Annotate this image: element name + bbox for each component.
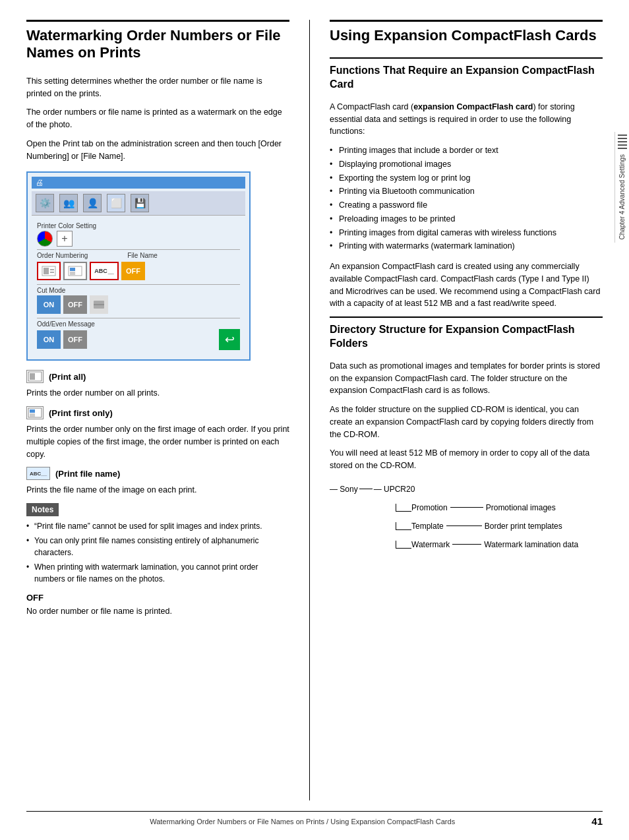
print-first-btn[interactable]	[63, 262, 87, 280]
cut-mode-icon	[90, 295, 108, 314]
bullet-8: Printing with watermarks (watermark lami…	[330, 240, 603, 253]
notes-item-3: When printing with watermark lamination,…	[26, 561, 289, 585]
section2-body1: Data such as promotional images and temp…	[330, 360, 603, 397]
cut-off-btn[interactable]: OFF	[63, 295, 87, 314]
file-name-label: File Name	[127, 252, 158, 259]
svg-rect-5	[70, 268, 75, 271]
notes-item-1: “Print file name” cannot be used for spl…	[26, 520, 289, 532]
notes-section: Notes “Print file name” cannot be used f…	[26, 503, 289, 585]
bullet-1: Printing images that include a border or…	[330, 144, 603, 157]
abc-file-name-btn[interactable]: ABC __	[90, 262, 119, 280]
print-all-svg	[42, 266, 56, 276]
odd-off-btn[interactable]: OFF	[63, 330, 87, 349]
side-tab-text: Chapter 4 Advanced Settings	[618, 154, 626, 240]
toolbar-icon-save: 💾	[131, 194, 149, 212]
dir-upcr20: — UPCR20	[374, 481, 415, 497]
cut-mode-label: Cut Mode	[37, 287, 240, 294]
printer-color-setting-section: Printer Color Setting + Order Numbering …	[32, 220, 245, 353]
section1-bullets: Printing images that include a border or…	[330, 144, 603, 253]
print-first-desc: Prints the order number only on the firs…	[26, 423, 289, 460]
screenshot-title-bar: 🖨	[32, 177, 245, 189]
print-file-desc: Prints the file name of the image on eac…	[26, 484, 289, 496]
plus-icon: +	[57, 231, 73, 247]
dir-template-row: Template Border print templates	[330, 518, 603, 534]
bullet-7: Printing images from digital cameras wit…	[330, 227, 603, 239]
svg-rect-1	[44, 268, 49, 274]
bullet-6: Preloading images to be printed	[330, 213, 603, 225]
left-intro-p1: This setting determines whether the orde…	[26, 75, 289, 100]
section2-body2: As the folder structure on the supplied …	[330, 404, 603, 440]
back-btn[interactable]: ↩	[219, 329, 240, 350]
dir-promotion: Promotion	[411, 500, 448, 516]
side-tab-line-4	[618, 144, 627, 146]
side-tab-line-3	[618, 141, 627, 142]
bullet-5: Creating a password file	[330, 199, 603, 212]
off-heading: OFF	[26, 593, 289, 603]
dir-promotion-desc: Promotional images	[486, 500, 556, 516]
cut-on-btn[interactable]: ON	[37, 295, 61, 314]
print-all-row: (Print all)	[26, 370, 289, 383]
print-all-icon	[26, 370, 44, 383]
dir-watermark-row: Watermark Watermark lamination data	[330, 537, 603, 553]
section1-title: Functions That Require an Expansion Comp…	[330, 57, 603, 94]
toolbar-icon-people: 👥	[59, 194, 78, 212]
svg-rect-10	[30, 373, 35, 380]
dir-watermark-desc: Watermark lamination data	[484, 537, 578, 553]
directory-tree: — Sony — UPCR20 Promotion Promotional im…	[330, 481, 603, 553]
svg-rect-12	[30, 409, 35, 413]
section2-body3: You will need at least 512 MB of memory …	[330, 447, 603, 472]
bullet-2: Displaying promotional images	[330, 158, 603, 171]
page-footer: Watermarking Order Numbers or File Names…	[26, 811, 603, 827]
left-intro-p3: Open the Print tab on the administration…	[26, 138, 289, 163]
left-title: Watermarking Order Numbers or File Names…	[26, 20, 289, 65]
left-intro-p2: The order numbers or file name is printe…	[26, 106, 289, 131]
print-first-icon	[26, 406, 44, 419]
print-file-label: (Print file name)	[55, 469, 120, 479]
off-section: OFF No order number or file name is prin…	[26, 593, 289, 618]
side-tab-line-1	[618, 135, 627, 136]
print-file-icon: ABC__	[26, 467, 50, 480]
print-first-label: (Print first only)	[49, 408, 113, 418]
svg-rect-6	[70, 272, 75, 275]
section1-intro: A CompactFlash card (expansion CompactFl…	[330, 101, 603, 138]
svg-rect-3	[50, 272, 54, 273]
dir-watermark: Watermark	[411, 537, 450, 553]
off-desc: No order number or file name is printed.	[26, 605, 289, 618]
dir-root-row: — Sony — UPCR20	[330, 481, 603, 497]
printer-icon: 🖨	[36, 178, 44, 187]
toolbar-icon-settings: ⚙️	[36, 194, 54, 212]
screenshot-box: 🖨 ⚙️ 👥 👤 ⬜ 💾 Printer Color Setting +	[26, 171, 251, 361]
print-all-btn[interactable]	[37, 262, 61, 280]
color-circle-icon	[37, 231, 53, 247]
section2-title: Directory Structure for Expansion Compac…	[330, 316, 603, 353]
side-tab-lines	[618, 135, 627, 149]
print-all-desc: Prints the order number on all prints.	[26, 387, 289, 400]
dir-template-desc: Border print templates	[485, 518, 562, 534]
odd-even-label: Odd/Even Message	[37, 320, 240, 328]
side-tab: Chapter 4 Advanced Settings	[614, 132, 629, 243]
notes-list: “Print file name” cannot be used for spl…	[26, 520, 289, 585]
svg-rect-13	[30, 413, 35, 417]
odd-on-btn[interactable]: ON	[37, 330, 61, 349]
print-file-row: ABC__ (Print file name)	[26, 467, 289, 480]
order-numbering-label: Order Numbering	[37, 252, 88, 259]
toolbar-icon-person: 👤	[83, 194, 102, 212]
notes-item-2: You can only print file names consisting…	[26, 535, 289, 558]
footer-text: Watermarking Order Numbers or File Names…	[26, 818, 578, 825]
notes-label: Notes	[26, 503, 59, 516]
print-first-row: (Print first only)	[26, 406, 289, 419]
svg-rect-2	[50, 269, 54, 270]
section1-body: An expansion CompactFlash card is create…	[330, 260, 603, 310]
dir-promotion-row: Promotion Promotional images	[330, 500, 603, 516]
toolbar-icon-square: ⬜	[107, 194, 125, 212]
bullet-3: Exporting the system log or print log	[330, 172, 603, 185]
side-tab-line-5	[618, 148, 627, 149]
print-first-svg	[68, 266, 82, 276]
cut-icon-svg	[92, 298, 105, 311]
off-btn-order[interactable]: OFF	[121, 262, 145, 280]
bullet-4: Printing via Bluetooth communication	[330, 185, 603, 198]
footer-page: 41	[591, 816, 603, 827]
dir-sony: — Sony	[330, 481, 358, 497]
section1-bold: expansion CompactFlash card	[413, 102, 533, 111]
print-all-label: (Print all)	[49, 372, 86, 382]
